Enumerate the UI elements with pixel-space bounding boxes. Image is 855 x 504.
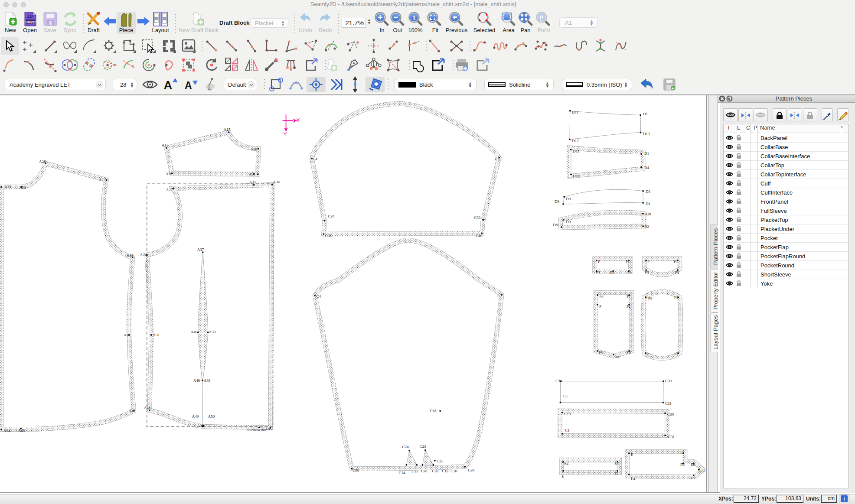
svg-text:D11: D11 bbox=[572, 110, 578, 114]
svg-text:P1: P1 bbox=[674, 260, 678, 264]
svg-text:X: X bbox=[297, 117, 300, 124]
svg-text:D8: D8 bbox=[555, 199, 559, 204]
svg-text:C4: C4 bbox=[313, 157, 318, 161]
svg-text:P: P bbox=[647, 260, 649, 264]
svg-text:P2: P2 bbox=[674, 296, 679, 300]
svg-text:C30: C30 bbox=[667, 412, 674, 416]
svg-text:P5: P5 bbox=[646, 352, 651, 356]
svg-text:Y: Y bbox=[284, 131, 287, 137]
svg-text:A26: A26 bbox=[166, 172, 173, 176]
svg-text:E1: E1 bbox=[614, 471, 619, 476]
svg-text:A49: A49 bbox=[192, 414, 199, 419]
svg-text:P3: P3 bbox=[596, 270, 600, 274]
svg-text:P3: P3 bbox=[645, 270, 649, 274]
svg-text:P5: P5 bbox=[599, 351, 603, 355]
svg-text:shirtbaseline: shirtbaseline bbox=[247, 428, 267, 432]
svg-text:C31: C31 bbox=[668, 435, 675, 439]
svg-text:A34: A34 bbox=[127, 253, 134, 257]
svg-text:A35: A35 bbox=[249, 180, 256, 184]
svg-text:D1: D1 bbox=[643, 112, 648, 116]
svg-text:A37: A37 bbox=[197, 247, 204, 252]
svg-text:A47: A47 bbox=[129, 409, 136, 413]
svg-text:1: 1 bbox=[413, 15, 416, 21]
svg-text:E7: E7 bbox=[691, 476, 695, 480]
svg-text:E1: E1 bbox=[680, 451, 685, 455]
svg-text:A50: A50 bbox=[208, 414, 215, 419]
svg-text:P: P bbox=[540, 15, 543, 21]
svg-text:SM2D: SM2D bbox=[25, 20, 36, 24]
svg-text:D10: D10 bbox=[573, 174, 580, 178]
svg-text:A24: A24 bbox=[140, 253, 147, 257]
svg-text:D2: D2 bbox=[646, 201, 650, 205]
svg-text:E: E bbox=[631, 452, 633, 457]
svg-text:A39: A39 bbox=[209, 330, 216, 334]
svg-text:C14: C14 bbox=[398, 471, 405, 475]
svg-text:A30: A30 bbox=[124, 333, 131, 337]
svg-text:C5: C5 bbox=[495, 157, 499, 161]
svg-text:D9: D9 bbox=[566, 220, 571, 224]
svg-text:C10: C10 bbox=[450, 469, 457, 473]
svg-text:D1: D1 bbox=[644, 151, 649, 156]
svg-text:D11: D11 bbox=[573, 149, 579, 153]
svg-text:2D: 2D bbox=[27, 13, 33, 19]
svg-text:D8: D8 bbox=[553, 223, 558, 227]
svg-text:C7: C7 bbox=[497, 294, 502, 298]
svg-text:C32: C32 bbox=[411, 470, 418, 474]
svg-text:P8: P8 bbox=[627, 350, 631, 354]
svg-text:D4: D4 bbox=[644, 166, 649, 170]
svg-text:P4: P4 bbox=[675, 270, 679, 275]
svg-text:P6: P6 bbox=[648, 296, 653, 301]
svg-text:A20: A20 bbox=[19, 185, 26, 190]
svg-text:C34: C34 bbox=[555, 379, 562, 383]
svg-text:P2: P2 bbox=[674, 352, 679, 356]
svg-text:C23: C23 bbox=[419, 444, 426, 449]
svg-text:D9: D9 bbox=[566, 197, 571, 201]
svg-text:C40: C40 bbox=[476, 234, 482, 238]
svg-text:C30: C30 bbox=[665, 379, 672, 383]
svg-text:A: A bbox=[208, 86, 211, 91]
svg-text:E2: E2 bbox=[564, 461, 568, 465]
svg-text:A17: A17 bbox=[162, 143, 169, 147]
svg-text:A85: A85 bbox=[249, 172, 256, 176]
svg-text:C24: C24 bbox=[402, 445, 408, 449]
svg-text:C1: C1 bbox=[565, 428, 570, 432]
svg-text:P2: P2 bbox=[627, 304, 631, 309]
svg-text:P4: P4 bbox=[627, 270, 632, 275]
svg-text:P7: P7 bbox=[627, 294, 631, 299]
svg-text:D2: D2 bbox=[644, 224, 649, 229]
svg-text:D3: D3 bbox=[646, 189, 650, 194]
svg-text:C19: C19 bbox=[564, 412, 571, 416]
svg-text:E9: E9 bbox=[700, 469, 705, 473]
svg-text:D20: D20 bbox=[644, 212, 651, 216]
svg-text:A27: A27 bbox=[166, 188, 173, 192]
svg-text:A46: A46 bbox=[193, 378, 200, 383]
svg-text:C25: C25 bbox=[437, 459, 443, 463]
svg-text:P4: P4 bbox=[615, 355, 620, 359]
svg-text:A38: A38 bbox=[204, 378, 211, 383]
svg-text:A31: A31 bbox=[153, 333, 160, 337]
svg-text:P5: P5 bbox=[610, 270, 614, 275]
svg-text:A40: A40 bbox=[191, 330, 198, 334]
svg-text:C59: C59 bbox=[353, 468, 359, 473]
svg-text:C34: C34 bbox=[328, 214, 335, 218]
svg-text:A15: A15 bbox=[224, 127, 231, 132]
svg-text:P6: P6 bbox=[599, 295, 604, 299]
svg-text:C30: C30 bbox=[432, 469, 438, 473]
svg-text:A34: A34 bbox=[3, 429, 10, 433]
svg-text:A34: A34 bbox=[273, 180, 280, 184]
svg-text:P: P bbox=[598, 260, 600, 264]
svg-text:C18: C18 bbox=[430, 409, 436, 413]
svg-text:A26: A26 bbox=[18, 428, 25, 432]
svg-text:C41: C41 bbox=[421, 469, 428, 473]
svg-text:A28: A28 bbox=[251, 147, 258, 151]
svg-text:E6: E6 bbox=[691, 462, 695, 467]
svg-text:E3: E3 bbox=[614, 461, 619, 465]
svg-text:C39: C39 bbox=[468, 468, 474, 472]
svg-text:A32: A32 bbox=[4, 185, 11, 189]
svg-text:D12: D12 bbox=[572, 139, 578, 143]
svg-text:C19: C19 bbox=[442, 469, 448, 473]
svg-text:E5: E5 bbox=[680, 462, 685, 467]
svg-text:C4: C4 bbox=[317, 294, 321, 299]
svg-text:E4: E4 bbox=[631, 477, 635, 481]
svg-text:A48: A48 bbox=[144, 406, 151, 410]
